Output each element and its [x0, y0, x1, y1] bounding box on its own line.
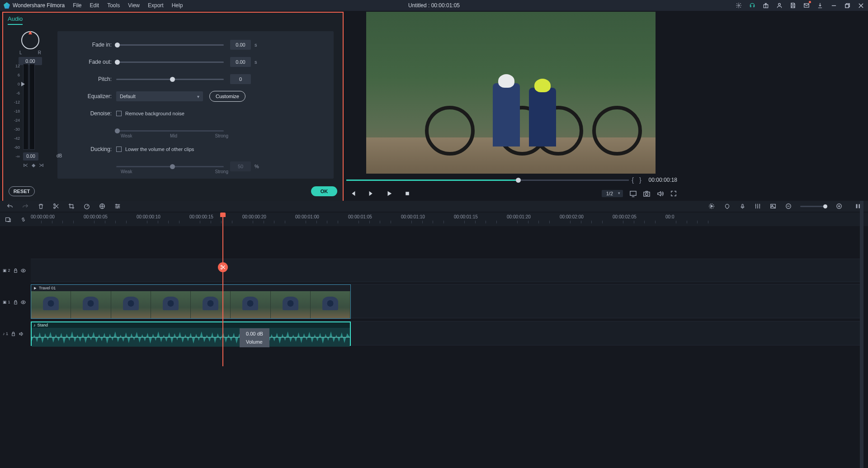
- pitch-input[interactable]: [230, 74, 251, 84]
- eye-icon[interactable]: [21, 300, 26, 305]
- notification-icon[interactable]: [803, 2, 810, 9]
- volume-icon[interactable]: [656, 190, 664, 197]
- link-icon[interactable]: [19, 216, 27, 223]
- menu-view[interactable]: View: [128, 2, 140, 9]
- tooltip-db: 0.00 dB: [246, 331, 263, 336]
- svg-rect-25: [14, 270, 17, 272]
- document-title: Untitled : 00:00:01:05: [408, 2, 460, 9]
- mark-out-icon[interactable]: }: [637, 176, 644, 184]
- display-icon[interactable]: [629, 190, 637, 197]
- zoom-out-icon[interactable]: [785, 203, 792, 210]
- svg-point-33: [221, 268, 222, 269]
- menu-tools[interactable]: Tools: [107, 2, 120, 9]
- pan-knob[interactable]: [21, 31, 39, 49]
- gift-icon[interactable]: [762, 2, 769, 9]
- keyframe-add-icon[interactable]: ◆: [32, 162, 35, 168]
- video-track-1[interactable]: Travel 01: [31, 284, 863, 318]
- audio-clip[interactable]: ♪Stand: [31, 321, 351, 346]
- lock-icon[interactable]: [13, 300, 18, 305]
- scrollbar-v[interactable]: [860, 201, 863, 468]
- menu-file[interactable]: File: [73, 2, 81, 9]
- timeline-playhead[interactable]: [222, 213, 223, 366]
- customize-button[interactable]: Customize: [209, 91, 245, 102]
- settings-icon[interactable]: [735, 2, 742, 9]
- menubar: File Edit Tools View Export Help: [73, 2, 183, 9]
- record-icon[interactable]: [739, 203, 746, 210]
- eye-icon[interactable]: [21, 268, 26, 273]
- lock-icon[interactable]: [13, 268, 18, 273]
- menu-export[interactable]: Export: [148, 2, 164, 9]
- color-icon[interactable]: [99, 203, 106, 210]
- fade-out-input[interactable]: [230, 57, 251, 67]
- fade-out-slider[interactable]: [116, 61, 224, 63]
- ducking-input[interactable]: [230, 161, 251, 171]
- equalizer-select[interactable]: Default▾: [116, 91, 203, 101]
- prev-frame-button[interactable]: [349, 189, 357, 198]
- fade-in-unit: s: [255, 42, 257, 47]
- video-clip[interactable]: Travel 01: [31, 284, 351, 319]
- speed-icon[interactable]: [83, 203, 90, 210]
- split-badge-icon[interactable]: [218, 262, 228, 272]
- brand: Wondershare Filmora: [4, 2, 65, 9]
- title-icons: [735, 2, 864, 9]
- denoise-checkbox[interactable]: [116, 111, 122, 116]
- ducking-checkbox[interactable]: [116, 147, 122, 152]
- svg-rect-17: [741, 204, 743, 207]
- waveform-icon: [32, 328, 350, 347]
- preview-scrubber[interactable]: { } 00:00:00:18: [346, 177, 677, 183]
- svg-point-0: [738, 5, 740, 6]
- svg-rect-22: [856, 204, 858, 208]
- crop-icon[interactable]: [68, 203, 75, 210]
- menu-edit[interactable]: Edit: [90, 2, 99, 9]
- track-add-icon[interactable]: [4, 216, 11, 223]
- svg-point-14: [85, 204, 90, 209]
- user-icon[interactable]: [776, 2, 783, 9]
- timeline-ruler[interactable]: 00:00:00:0000:00:00:0500:00:00:1000:00:0…: [31, 213, 868, 226]
- audio-clip-name: Stand: [38, 323, 48, 327]
- save-icon[interactable]: [789, 2, 797, 9]
- titlebar: Wondershare Filmora File Edit Tools View…: [0, 0, 868, 11]
- video-track-2[interactable]: [31, 259, 863, 282]
- fade-in-input[interactable]: [230, 40, 251, 50]
- transport-bar: 1/2: [346, 187, 677, 200]
- next-frame-button[interactable]: [367, 189, 375, 198]
- speaker-icon[interactable]: [19, 331, 24, 336]
- photo-icon[interactable]: [769, 203, 777, 210]
- snapshot-icon[interactable]: [643, 190, 650, 197]
- zoom-in-icon[interactable]: [835, 203, 843, 210]
- redo-icon[interactable]: [22, 203, 29, 210]
- db-value[interactable]: 0.00: [23, 152, 38, 161]
- denoise-slider[interactable]: [116, 130, 224, 132]
- keyframe-prev-icon[interactable]: ⋉: [23, 162, 28, 168]
- fullscreen-icon[interactable]: [670, 190, 677, 197]
- undo-icon[interactable]: [6, 203, 14, 210]
- keyframe-next-icon[interactable]: ⋊: [39, 162, 44, 168]
- adjust-icon[interactable]: [114, 203, 121, 210]
- tab-audio[interactable]: Audio: [8, 15, 23, 25]
- ok-button[interactable]: OK: [311, 186, 337, 196]
- split-icon[interactable]: [52, 203, 60, 210]
- zoom-slider[interactable]: [800, 206, 827, 207]
- ducking-slider[interactable]: [116, 166, 224, 167]
- lock-icon[interactable]: [11, 331, 16, 336]
- reset-button[interactable]: RESET: [9, 186, 35, 196]
- minimize-button[interactable]: [830, 2, 837, 9]
- delete-icon[interactable]: [37, 203, 44, 210]
- denoise-label: Denoise:: [57, 110, 116, 117]
- download-icon[interactable]: [816, 2, 824, 9]
- marker-icon[interactable]: [723, 203, 731, 210]
- close-button[interactable]: [857, 2, 864, 9]
- support-icon[interactable]: [749, 2, 756, 9]
- render-icon[interactable]: [708, 203, 715, 210]
- audio-track-1[interactable]: ♪Stand: [31, 321, 863, 345]
- play-button[interactable]: [385, 189, 393, 198]
- menu-help[interactable]: Help: [172, 2, 183, 9]
- brand-text: Wondershare Filmora: [13, 2, 65, 9]
- maximize-button[interactable]: [844, 2, 851, 9]
- fade-in-slider[interactable]: [116, 44, 224, 46]
- stop-button[interactable]: [403, 189, 411, 198]
- mixer-icon[interactable]: [754, 203, 761, 210]
- quality-select[interactable]: 1/2: [602, 190, 623, 197]
- pitch-slider[interactable]: [116, 79, 224, 80]
- mark-in-icon[interactable]: {: [629, 176, 637, 184]
